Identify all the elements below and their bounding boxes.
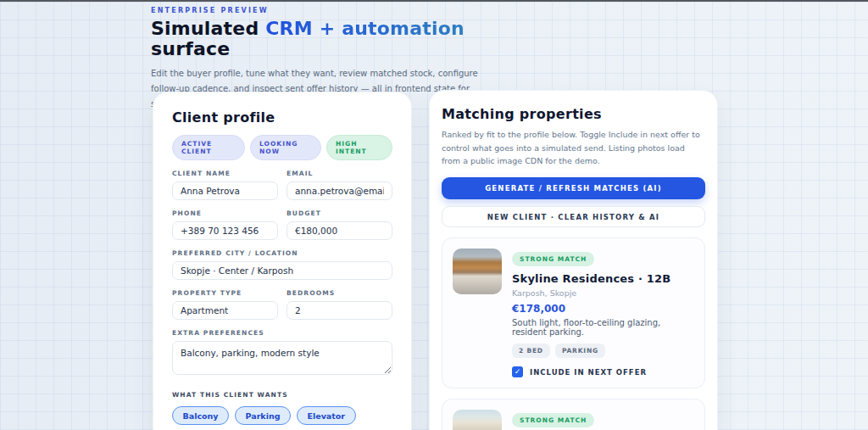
property-description: South light, floor-to-ceiling glazing, r…: [512, 318, 694, 337]
client-profile-panel: Client profile ACTIVE CLIENT LOOKING NOW…: [153, 92, 412, 430]
property-photo: [453, 410, 502, 430]
property-name: Skyline Residences · 12B: [512, 272, 694, 285]
email-input[interactable]: [287, 181, 392, 200]
wants-chip-list: Balcony Parking Elevator Modern interior…: [172, 406, 392, 430]
window-top-edge: [0, 0, 868, 2]
property-tag: PARKING: [555, 343, 605, 358]
budget-label: BUDGET: [287, 209, 392, 217]
bedrooms-label: BEDROOMS: [287, 289, 392, 297]
property-tag: 2 BED: [512, 343, 550, 358]
extra-preferences-label: EXTRA PREFERENCES: [172, 329, 392, 337]
form-row-name-email: CLIENT NAME EMAIL: [172, 160, 392, 200]
property-photo: [453, 249, 502, 294]
form-row-phone-budget: PHONE BUDGET: [172, 200, 392, 240]
extra-preferences-field-group: EXTRA PREFERENCES Balcony, parking, mode…: [172, 329, 392, 378]
bedrooms-field-group: BEDROOMS: [287, 289, 392, 320]
page-title-suffix: surface: [151, 38, 230, 59]
client-profile-title: Client profile: [172, 109, 392, 126]
eyebrow-label: ENTERPRISE PREVIEW: [151, 7, 549, 14]
status-badge-looking-now: LOOKING NOW: [250, 135, 321, 160]
page-title-prefix: Simulated: [151, 18, 265, 39]
property-type-label: PROPERTY TYPE: [172, 289, 278, 297]
wants-section-label: WHAT THIS CLIENT WANTS: [172, 391, 392, 399]
budget-input[interactable]: [287, 221, 392, 240]
email-label: EMAIL: [287, 170, 392, 177]
generate-matches-button[interactable]: GENERATE / REFRESH MATCHES (AI): [442, 177, 705, 199]
phone-label: PHONE: [172, 209, 278, 217]
chip-elevator[interactable]: Elevator: [297, 406, 356, 425]
location-label: PREFERRED CITY / LOCATION: [172, 249, 392, 257]
chip-balcony[interactable]: Balcony: [172, 406, 229, 425]
extra-preferences-textarea[interactable]: Balcony, parking, modern style: [172, 341, 392, 375]
checkbox-checked-icon[interactable]: ✓: [512, 366, 523, 377]
matching-properties-panel: Matching properties Ranked by fit to the…: [429, 90, 718, 430]
client-name-field-group: CLIENT NAME: [172, 170, 278, 200]
property-card-body: STRONG MATCH Skyline Residences · 12B Ka…: [512, 249, 694, 377]
property-price: €178,000: [512, 303, 694, 315]
match-strength-badge: STRONG MATCH: [512, 413, 594, 427]
phone-input[interactable]: [172, 221, 278, 240]
property-card-body: STRONG MATCH Riverfront Phase II Aerodro…: [512, 410, 694, 430]
phone-field-group: PHONE: [172, 209, 278, 240]
page-title-accent: CRM + automation: [265, 18, 465, 39]
include-in-offer-label: INCLUDE IN NEXT OFFER: [530, 368, 647, 377]
location-field-group: PREFERRED CITY / LOCATION: [172, 249, 392, 280]
property-card: STRONG MATCH Riverfront Phase II Aerodro…: [442, 399, 705, 430]
status-badge-high-intent: HIGH INTENT: [326, 135, 392, 160]
client-name-input[interactable]: [172, 181, 278, 200]
client-name-label: CLIENT NAME: [172, 170, 278, 177]
matching-properties-title: Matching properties: [442, 106, 705, 122]
email-field-group: EMAIL: [287, 170, 392, 200]
new-client-button[interactable]: NEW CLIENT · CLEAR HISTORY & AI: [442, 206, 705, 227]
location-input[interactable]: [172, 261, 392, 280]
property-type-input[interactable]: [172, 301, 278, 320]
property-location: Karposh, Skopje: [512, 288, 694, 298]
chip-parking[interactable]: Parking: [235, 406, 291, 425]
form-row-type-bedrooms: PROPERTY TYPE BEDROOMS: [172, 280, 392, 320]
property-type-field-group: PROPERTY TYPE: [172, 289, 278, 320]
matching-properties-description: Ranked by fit to the profile below. Togg…: [442, 128, 705, 168]
match-strength-badge: STRONG MATCH: [512, 252, 594, 266]
client-status-badges: ACTIVE CLIENT LOOKING NOW HIGH INTENT: [172, 135, 392, 160]
property-tags: 2 BED PARKING: [512, 343, 694, 358]
property-card: STRONG MATCH Skyline Residences · 12B Ka…: [442, 237, 705, 388]
include-in-offer-toggle[interactable]: ✓ INCLUDE IN NEXT OFFER: [512, 366, 694, 377]
page-title: Simulated CRM + automation surface: [151, 19, 541, 59]
bedrooms-input[interactable]: [287, 301, 392, 320]
budget-field-group: BUDGET: [287, 209, 392, 240]
status-badge-active-client: ACTIVE CLIENT: [172, 135, 245, 160]
